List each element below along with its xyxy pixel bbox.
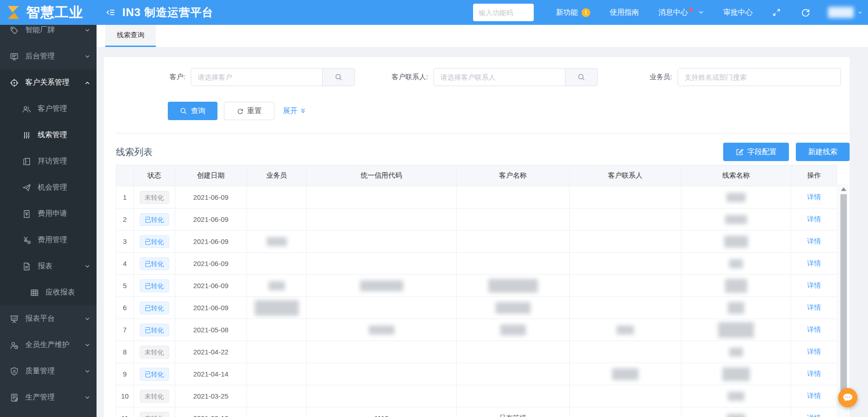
cell-action: 详情 <box>791 186 837 208</box>
app-header: 智慧工业 IN3 制造运营平台 新功能!使用指南消息中心审批中心 <box>0 0 868 25</box>
search-icon-button[interactable] <box>565 69 597 86</box>
sidebar-item-report[interactable]: 报表 <box>0 253 97 279</box>
sidebar-item-visit-mgmt[interactable]: 拜访管理 <box>0 148 97 174</box>
cell-clue <box>681 319 791 341</box>
nav-message-center[interactable]: 消息中心 <box>658 8 704 17</box>
expand-link[interactable]: 展开 <box>283 106 306 116</box>
chevron-down-icon <box>698 10 704 15</box>
sidebar-item-production-maintenance[interactable]: 全员生产维护 <box>0 332 97 358</box>
sidebar-item-customer-mgmt[interactable]: 客户管理 <box>0 96 97 122</box>
column-header: 状态 <box>134 165 175 186</box>
reset-button[interactable]: 重置 <box>224 102 274 120</box>
sidebar-item-opportunity-mgmt[interactable]: 机会管理 <box>0 174 97 201</box>
sidebar-item-label: 应收报表 <box>46 288 75 297</box>
chat-fab-button[interactable] <box>838 388 857 407</box>
list-header: 线索列表 字段配置 新建线索 <box>116 143 850 161</box>
search-icon-button[interactable] <box>322 69 354 86</box>
door-icon <box>22 157 32 166</box>
cell-salesman <box>247 208 307 231</box>
status-badge: 未转化 <box>140 390 169 403</box>
cell-created-date: 2021-04-14 <box>175 363 247 385</box>
cell-code <box>307 186 457 208</box>
nav-label: 消息中心 <box>658 8 688 17</box>
sidebar-item-smart-brand[interactable]: 智能厂牌 <box>0 25 97 43</box>
scroll-up-arrow-icon[interactable] <box>841 187 846 191</box>
detail-link[interactable]: 详情 <box>807 392 821 400</box>
detail-link[interactable]: 详情 <box>807 193 821 202</box>
detail-link[interactable]: 详情 <box>807 303 821 312</box>
redacted-value <box>496 302 531 314</box>
detail-link[interactable]: 详情 <box>807 414 821 417</box>
nav-user-guide[interactable]: 使用指南 <box>610 8 639 17</box>
logo-icon <box>5 4 22 21</box>
field-config-button[interactable]: 字段配置 <box>723 143 789 161</box>
cell-contact <box>570 363 681 385</box>
sidebar: 智能厂牌后台管理客户关系管理客户管理线索管理拜访管理机会管理费用申请费用管理报表… <box>0 25 97 417</box>
customer-contact-input[interactable] <box>434 69 565 86</box>
cell-customer <box>457 208 570 231</box>
column-header: 操作 <box>791 165 837 186</box>
detail-link[interactable]: 详情 <box>807 370 821 378</box>
detail-link[interactable]: 详情 <box>807 215 821 224</box>
cell-clue <box>681 363 791 385</box>
sidebar-item-report-platform[interactable]: 报表平台 <box>0 306 97 332</box>
tab-clue-query[interactable]: 线索查询 <box>105 25 156 47</box>
cell-code <box>307 363 457 385</box>
detail-link[interactable]: 详情 <box>807 237 821 246</box>
cell-contact <box>570 297 681 319</box>
cell-code <box>307 231 457 253</box>
detail-link[interactable]: 详情 <box>807 348 821 356</box>
salesman-input[interactable] <box>678 69 840 86</box>
redacted-value <box>718 322 754 338</box>
sidebar-item-production-mgmt[interactable]: 生产管理 <box>0 384 97 411</box>
detail-link[interactable]: 详情 <box>807 325 821 334</box>
cell-clue <box>681 253 791 275</box>
detail-link[interactable]: 详情 <box>807 259 821 268</box>
cell-code <box>307 385 457 407</box>
redacted-value <box>255 300 299 316</box>
row-index: 10 <box>116 385 134 407</box>
sidebar-item-clue-mgmt[interactable]: 线索管理 <box>0 122 97 148</box>
cell-salesman <box>247 407 307 417</box>
user-avatar[interactable] <box>828 7 862 18</box>
nav-approval-center[interactable]: 审批中心 <box>723 8 753 17</box>
query-button[interactable]: 查询 <box>168 102 217 120</box>
status-badge: 已转化 <box>140 301 169 314</box>
cell-clue <box>681 341 791 363</box>
customer-input[interactable] <box>191 69 322 86</box>
reset-icon <box>237 108 244 115</box>
cell-contact <box>570 186 681 208</box>
monitor-icon <box>9 52 19 61</box>
sidebar-item-expense-mgmt[interactable]: 费用管理 <box>0 227 97 253</box>
sidebar-item-backend-mgmt[interactable]: 后台管理 <box>0 43 97 70</box>
table-scrollbar[interactable] <box>839 184 848 417</box>
refresh-icon[interactable] <box>800 7 811 17</box>
sidebar-item-expense-apply[interactable]: 费用申请 <box>0 201 97 227</box>
cell-action: 详情 <box>791 407 837 417</box>
column-header: 业务员 <box>247 165 307 186</box>
new-clue-button[interactable]: 新建线索 <box>796 143 850 161</box>
scrollbar-thumb[interactable] <box>840 194 847 402</box>
person-wrench-icon <box>9 341 19 350</box>
cell-customer <box>457 341 570 363</box>
cell-contact <box>570 319 681 341</box>
column-header: 客户联系人 <box>570 165 681 186</box>
sidebar-item-crm[interactable]: 客户关系管理 <box>0 70 97 96</box>
cell-created-date: 2021-04-22 <box>175 341 247 363</box>
sidebar-item-quality-mgmt[interactable]: 质质量管理 <box>0 358 97 384</box>
redacted-value <box>727 414 745 417</box>
content: 客户:客户联系人:业务员: 查询 重置 展开 <box>97 47 868 417</box>
sidebar-collapse-icon[interactable] <box>106 7 116 17</box>
function-code-input[interactable] <box>473 4 534 21</box>
detail-link[interactable]: 详情 <box>807 281 821 290</box>
sidebar-item-receivable-report[interactable]: 应收报表 <box>0 279 97 306</box>
fullscreen-icon[interactable] <box>772 8 781 17</box>
redacted-value <box>728 392 744 401</box>
tag-icon <box>9 26 19 35</box>
cell-status: 已转化 <box>134 319 175 341</box>
cell-customer <box>457 363 570 385</box>
cell-created-date: 2021-03-12 <box>175 407 247 417</box>
cell-status: 已转化 <box>134 297 175 319</box>
nav-new-features[interactable]: 新功能! <box>556 8 590 17</box>
table-row: 7已转化2021-05-08详情 <box>116 319 837 341</box>
